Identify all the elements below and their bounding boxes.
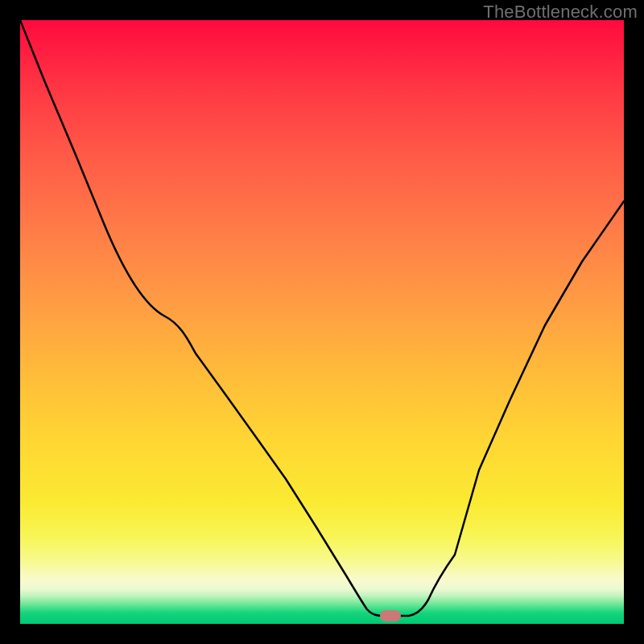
plot-area bbox=[20, 20, 624, 624]
optimal-point-marker bbox=[380, 610, 401, 621]
watermark-text: TheBottleneck.com bbox=[483, 2, 638, 23]
curve-path bbox=[20, 20, 624, 616]
bottleneck-curve bbox=[20, 20, 624, 624]
chart-stage: TheBottleneck.com bbox=[0, 0, 644, 644]
